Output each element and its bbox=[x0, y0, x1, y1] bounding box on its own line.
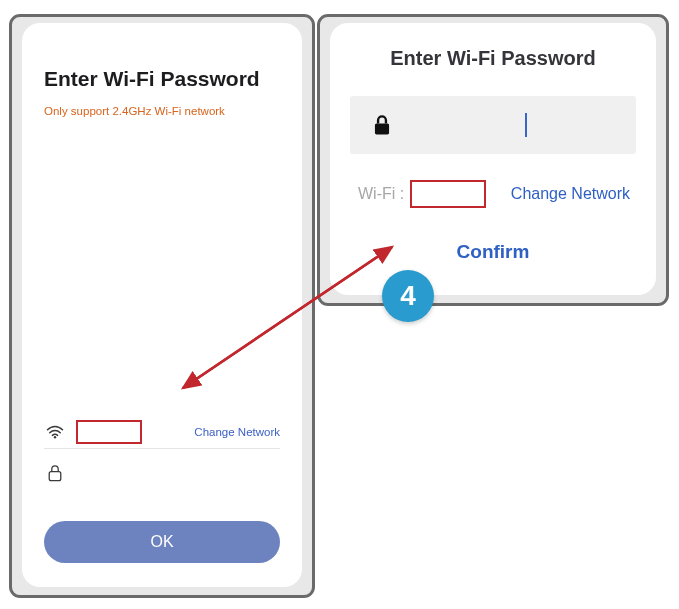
lock-icon bbox=[44, 464, 66, 482]
wifi-password-card-left: Enter Wi-Fi Password Only support 2.4GHz… bbox=[22, 23, 302, 587]
page-title: Enter Wi-Fi Password bbox=[44, 67, 280, 91]
wifi-network-row: Wi-Fi : Change Network bbox=[350, 180, 636, 208]
page-title: Enter Wi-Fi Password bbox=[350, 47, 636, 70]
password-input[interactable] bbox=[76, 464, 280, 482]
wifi-password-card-right: Enter Wi-Fi Password Wi-Fi : Change Netw… bbox=[330, 23, 656, 295]
change-network-link[interactable]: Change Network bbox=[511, 185, 630, 203]
change-network-link[interactable]: Change Network bbox=[194, 426, 280, 438]
confirm-button[interactable]: Confirm bbox=[350, 240, 636, 264]
svg-rect-1 bbox=[49, 472, 61, 481]
screenshot-frame-right: Enter Wi-Fi Password Wi-Fi : Change Netw… bbox=[320, 17, 666, 303]
ok-button[interactable]: OK bbox=[44, 521, 280, 563]
password-input-box[interactable] bbox=[350, 96, 636, 154]
ssid-value-highlight bbox=[76, 420, 142, 444]
ssid-value-highlight bbox=[410, 180, 486, 208]
screenshot-frame-left: Enter Wi-Fi Password Only support 2.4GHz… bbox=[12, 17, 312, 595]
svg-point-0 bbox=[54, 436, 56, 438]
wifi-network-row: Change Network bbox=[44, 416, 280, 449]
support-hint: Only support 2.4GHz Wi-Fi network bbox=[44, 105, 280, 117]
wifi-label: Wi-Fi : bbox=[358, 185, 404, 203]
password-row bbox=[44, 457, 280, 489]
text-caret bbox=[525, 113, 527, 137]
password-input[interactable] bbox=[414, 96, 618, 156]
lock-icon bbox=[350, 114, 414, 136]
svg-rect-2 bbox=[375, 123, 389, 134]
step-number-badge: 4 bbox=[382, 270, 434, 322]
wifi-icon bbox=[44, 425, 66, 439]
